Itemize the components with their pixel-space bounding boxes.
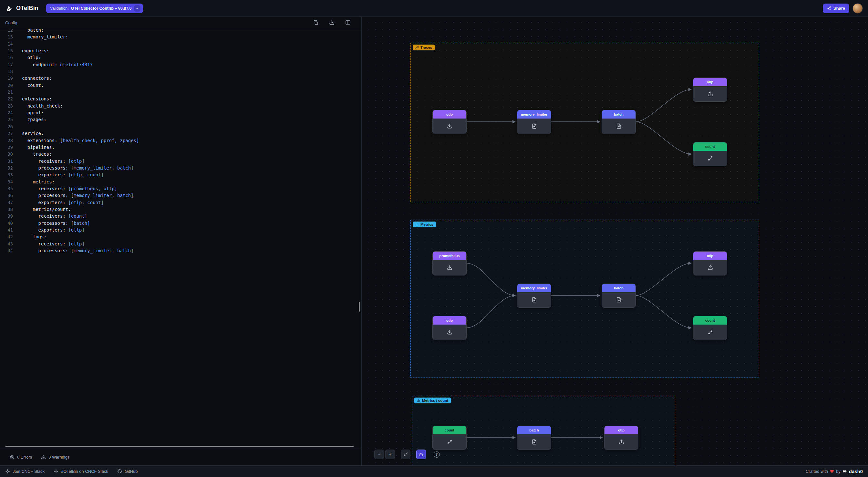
- lock-button[interactable]: [416, 450, 426, 459]
- line-number: 32: [0, 165, 13, 172]
- node-label: count: [693, 142, 727, 151]
- credit: Crafted with by dash0: [806, 469, 863, 474]
- collapse-panel-button[interactable]: [343, 19, 352, 27]
- editor-line: 43 receivers: [otlp]: [0, 241, 361, 247]
- node-otlp-exporter[interactable]: otlp: [604, 426, 639, 450]
- node-prometheus-receiver[interactable]: prometheus: [432, 251, 467, 275]
- node-body: [517, 435, 551, 450]
- node-label: otlp: [693, 78, 727, 86]
- help-button[interactable]: ?: [432, 450, 441, 459]
- pipeline-edge: [636, 263, 691, 296]
- node-memory-limiter-processor[interactable]: memory_limiter: [517, 110, 551, 134]
- header: OTelBin Validation: OTel Collector Contr…: [0, 0, 868, 17]
- line-code: otlp:: [22, 54, 41, 61]
- user-avatar[interactable]: [852, 3, 863, 13]
- editor-line: 26: [0, 123, 361, 130]
- otelbin-app: OTelBin Validation: OTel Collector Contr…: [0, 0, 868, 477]
- pipeline-canvas[interactable]: TracesMetricsMetrics / count otlpmemory_…: [362, 17, 868, 466]
- editor-vertical-scrollbar[interactable]: [359, 302, 360, 311]
- line-code: processors: [memory_limiter, batch]: [22, 192, 134, 199]
- warnings-status: 0 Warnings: [41, 455, 69, 459]
- line-number: 21: [0, 89, 13, 96]
- line-number: 31: [0, 158, 13, 165]
- copy-config-button[interactable]: [311, 19, 320, 27]
- line-number: 36: [0, 192, 13, 199]
- line-number: 12: [0, 29, 13, 34]
- validation-dropdown[interactable]: Validation: OTel Collector Contrib – v0.…: [46, 4, 143, 13]
- editor-line: 18: [0, 68, 361, 75]
- line-code: exporters: [otlp, count]: [22, 172, 104, 178]
- node-batch-processor[interactable]: batch: [601, 284, 636, 308]
- node-otlp-receiver[interactable]: otlp: [432, 316, 467, 340]
- node-body: [693, 151, 727, 166]
- pipeline-edge: [636, 296, 691, 328]
- fit-view-button[interactable]: [401, 450, 410, 459]
- node-body: [433, 119, 466, 134]
- line-number: 35: [0, 185, 13, 192]
- editor-line: 28 extensions: [health_check, pprof, zpa…: [0, 137, 361, 144]
- zoom-out-button[interactable]: −: [374, 450, 384, 459]
- graph-icon: [708, 156, 713, 161]
- line-code: extensions:: [22, 96, 52, 102]
- line-number: 30: [0, 151, 13, 158]
- config-toolbar: Config: [0, 17, 361, 29]
- editor-line: 35 receivers: [prometheus, otlp]: [0, 185, 361, 192]
- line-code: service:: [22, 130, 43, 137]
- line-number: 23: [0, 103, 13, 110]
- node-otlp-receiver[interactable]: otlp: [432, 110, 467, 134]
- file-icon: [531, 439, 537, 445]
- config-actions: [311, 19, 356, 27]
- node-otlp-exporter[interactable]: otlp: [693, 78, 727, 102]
- line-code: pprof:: [22, 110, 43, 116]
- editor-line: 32 processors: [memory_limiter, batch]: [0, 165, 361, 172]
- dash0-mark-icon: [842, 469, 847, 474]
- editor-line: 23 health_check:: [0, 103, 361, 110]
- node-count-connector[interactable]: count: [693, 142, 727, 166]
- line-code: count:: [22, 82, 43, 89]
- footer-link-otelbin-on-cncf-slack[interactable]: #OTelBin on CNCF Slack: [54, 469, 108, 474]
- editor-horizontal-scrollbar[interactable]: [5, 446, 354, 447]
- node-memory-limiter-processor[interactable]: memory_limiter: [517, 284, 551, 308]
- code-editor[interactable]: 12 batch:13 memory_limiter:1415exporters…: [0, 29, 361, 449]
- footer-link-github[interactable]: GitHub: [117, 469, 137, 474]
- node-body: [693, 260, 727, 275]
- node-count-connector[interactable]: count: [693, 316, 727, 340]
- node-body: [517, 119, 551, 134]
- line-code: health_check:: [22, 103, 63, 110]
- node-count-connector[interactable]: count: [432, 426, 467, 450]
- node-body: [517, 292, 551, 307]
- editor-line: 19connectors:: [0, 75, 361, 82]
- node-body: [693, 86, 727, 101]
- node-batch-processor[interactable]: batch: [601, 110, 636, 134]
- node-body: [433, 435, 466, 450]
- dash0-wordmark: dash0: [849, 469, 863, 474]
- footer: Join CNCF Slack#OTelBin on CNCF SlackGit…: [0, 466, 868, 477]
- node-batch-processor[interactable]: batch: [517, 426, 551, 450]
- line-code: batch:: [22, 29, 43, 34]
- node-label: otlp: [604, 426, 638, 435]
- graph-icon: [708, 329, 713, 335]
- panel-left-icon: [345, 20, 351, 26]
- app-title: OTelBin: [16, 5, 38, 11]
- footer-link-join-cncf-slack[interactable]: Join CNCF Slack: [5, 469, 44, 474]
- dash0-logo[interactable]: dash0: [842, 469, 863, 474]
- node-body: [433, 325, 466, 340]
- line-code: endpoint: otelcol:4317: [22, 61, 93, 68]
- editor-line: 41 exporters: [otlp]: [0, 227, 361, 234]
- editor-line: 39 receivers: [count]: [0, 213, 361, 219]
- line-code: pipelines:: [22, 144, 55, 151]
- editor-line: 38 metrics/count:: [0, 206, 361, 213]
- line-number: 40: [0, 220, 13, 227]
- node-otlp-exporter[interactable]: otlp: [693, 251, 727, 275]
- editor-line: 37 exporters: [otlp, count]: [0, 199, 361, 206]
- pipeline-edge: [467, 296, 515, 328]
- editor-line: 27service:: [0, 130, 361, 137]
- node-label: otlp: [433, 110, 466, 119]
- line-code: connectors:: [22, 75, 52, 82]
- share-button[interactable]: Share: [823, 4, 849, 13]
- download-config-button[interactable]: [327, 19, 336, 27]
- line-number: 24: [0, 110, 13, 116]
- line-number: 18: [0, 68, 13, 75]
- zoom-in-button[interactable]: +: [385, 450, 395, 459]
- editor-line: 17 endpoint: otelcol:4317: [0, 61, 361, 68]
